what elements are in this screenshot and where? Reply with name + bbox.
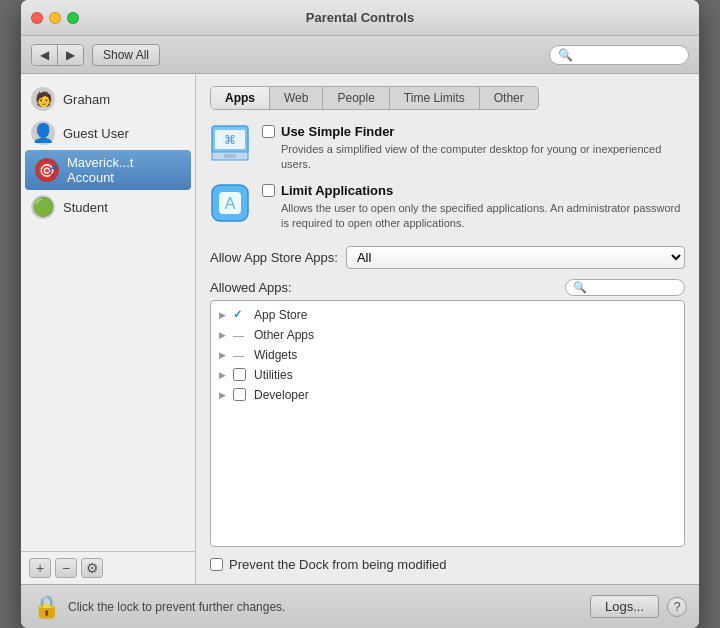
limit-apps-option: A Limit Applications Allows the user to …	[210, 183, 685, 232]
svg-text:A: A	[225, 195, 236, 212]
remove-user-button[interactable]: −	[55, 558, 77, 578]
main-panel: Apps Web People Time Limits Other	[196, 74, 699, 584]
tab-other[interactable]: Other	[480, 87, 538, 109]
simple-finder-desc: Provides a simplified view of the comput…	[281, 142, 685, 173]
chevron-icon: ▶	[219, 390, 229, 400]
simple-finder-header: Use Simple Finder	[262, 124, 685, 139]
maximize-button[interactable]	[67, 12, 79, 24]
nav-buttons: ◀ ▶	[31, 44, 84, 66]
search-input[interactable]	[577, 48, 680, 62]
avatar-guest: 👤	[31, 121, 55, 145]
app-name: Utilities	[254, 368, 293, 382]
check-mark: ✓	[233, 308, 242, 321]
content-area: 🧑 Graham 👤 Guest User 🎯 Maverick...t Acc…	[21, 74, 699, 584]
app-name: Widgets	[254, 348, 297, 362]
back-button[interactable]: ◀	[32, 45, 58, 65]
status-bar: 🔒 Click the lock to prevent further chan…	[21, 584, 699, 628]
tab-time-limits[interactable]: Time Limits	[390, 87, 480, 109]
limit-apps-icon: A	[210, 183, 250, 223]
list-item[interactable]: ▶ Developer	[211, 385, 684, 405]
prevent-dock-checkbox[interactable]	[210, 558, 223, 571]
chevron-icon: ▶	[219, 350, 229, 360]
utilities-checkbox[interactable]	[233, 368, 246, 381]
allow-store-row: Allow App Store Apps: All None 4+ 9+ 12+…	[210, 246, 685, 269]
allowed-apps-section: Allowed Apps: 🔍 ▶ ✓ App Store	[210, 279, 685, 547]
app-name: App Store	[254, 308, 307, 322]
add-user-button[interactable]: +	[29, 558, 51, 578]
limit-apps-checkbox[interactable]	[262, 184, 275, 197]
window-title: Parental Controls	[306, 10, 414, 25]
toolbar: ◀ ▶ Show All 🔍	[21, 36, 699, 74]
allow-store-label: Allow App Store Apps:	[210, 250, 338, 265]
dash-mark: —	[233, 349, 244, 361]
help-button[interactable]: ?	[667, 597, 687, 617]
minimize-button[interactable]	[49, 12, 61, 24]
sidebar-item-student[interactable]: 🟢 Student	[21, 190, 195, 224]
apps-search-icon: 🔍	[573, 281, 587, 294]
sidebar-item-maverick[interactable]: 🎯 Maverick...t Account	[25, 150, 191, 190]
tab-web[interactable]: Web	[270, 87, 323, 109]
list-item[interactable]: ▶ ✓ App Store	[211, 305, 684, 325]
forward-button[interactable]: ▶	[58, 45, 83, 65]
simple-finder-content: Use Simple Finder Provides a simplified …	[262, 124, 685, 173]
apps-search-input[interactable]	[590, 281, 677, 293]
sidebar-item-label: Guest User	[63, 126, 129, 141]
chevron-icon: ▶	[219, 370, 229, 380]
list-item[interactable]: ▶ Utilities	[211, 365, 684, 385]
apps-search: 🔍	[565, 279, 685, 296]
prevent-dock-label: Prevent the Dock from being modified	[229, 557, 447, 572]
developer-checkbox[interactable]	[233, 388, 246, 401]
show-all-button[interactable]: Show All	[92, 44, 160, 66]
sidebar-list: 🧑 Graham 👤 Guest User 🎯 Maverick...t Acc…	[21, 74, 195, 551]
lock-icon[interactable]: 🔒	[33, 594, 60, 620]
allowed-apps-label: Allowed Apps:	[210, 280, 292, 295]
avatar-graham: 🧑	[31, 87, 55, 111]
tab-people[interactable]: People	[323, 87, 389, 109]
limit-apps-desc: Allows the user to open only the specifi…	[281, 201, 685, 232]
limit-apps-header: Limit Applications	[262, 183, 685, 198]
tab-apps[interactable]: Apps	[211, 87, 270, 109]
sidebar-item-graham[interactable]: 🧑 Graham	[21, 82, 195, 116]
app-check: —	[233, 348, 246, 361]
prevent-dock-row: Prevent the Dock from being modified	[210, 557, 685, 572]
svg-text:⌘: ⌘	[224, 133, 236, 147]
logs-button[interactable]: Logs...	[590, 595, 659, 618]
avatar-student: 🟢	[31, 195, 55, 219]
avatar-maverick: 🎯	[35, 158, 59, 182]
app-check: ✓	[233, 308, 246, 321]
parental-controls-window: Parental Controls ◀ ▶ Show All 🔍 🧑 Graha…	[20, 0, 700, 628]
sidebar-item-label: Graham	[63, 92, 110, 107]
simple-finder-checkbox[interactable]	[262, 125, 275, 138]
close-button[interactable]	[31, 12, 43, 24]
search-bar: 🔍	[549, 45, 689, 65]
app-name: Developer	[254, 388, 309, 402]
sidebar-item-label: Student	[63, 200, 108, 215]
allowed-apps-header: Allowed Apps: 🔍	[210, 279, 685, 296]
list-item[interactable]: ▶ — Widgets	[211, 345, 684, 365]
status-text: Click the lock to prevent further change…	[68, 600, 582, 614]
search-icon: 🔍	[558, 48, 573, 62]
tab-bar: Apps Web People Time Limits Other	[210, 86, 539, 110]
chevron-icon: ▶	[219, 310, 229, 320]
limit-apps-title: Limit Applications	[281, 183, 393, 198]
app-name: Other Apps	[254, 328, 314, 342]
traffic-lights	[31, 12, 79, 24]
title-bar: Parental Controls	[21, 0, 699, 36]
app-check	[233, 388, 246, 401]
app-check: —	[233, 328, 246, 341]
sidebar-item-label: Maverick...t Account	[67, 155, 181, 185]
apps-list: ▶ ✓ App Store ▶ — Other Apps	[210, 300, 685, 547]
app-check	[233, 368, 246, 381]
simple-finder-icon: ⌘	[210, 124, 250, 164]
limit-apps-content: Limit Applications Allows the user to op…	[262, 183, 685, 232]
options-section: ⌘ Use Simple Finder Provides a simplifie…	[210, 124, 685, 232]
settings-button[interactable]: ⚙	[81, 558, 103, 578]
simple-finder-option: ⌘ Use Simple Finder Provides a simplifie…	[210, 124, 685, 173]
sidebar-item-guest[interactable]: 👤 Guest User	[21, 116, 195, 150]
sidebar: 🧑 Graham 👤 Guest User 🎯 Maverick...t Acc…	[21, 74, 196, 584]
chevron-icon: ▶	[219, 330, 229, 340]
dash-mark: —	[233, 329, 244, 341]
simple-finder-title: Use Simple Finder	[281, 124, 394, 139]
store-select[interactable]: All None 4+ 9+ 12+ 17+	[346, 246, 685, 269]
list-item[interactable]: ▶ — Other Apps	[211, 325, 684, 345]
